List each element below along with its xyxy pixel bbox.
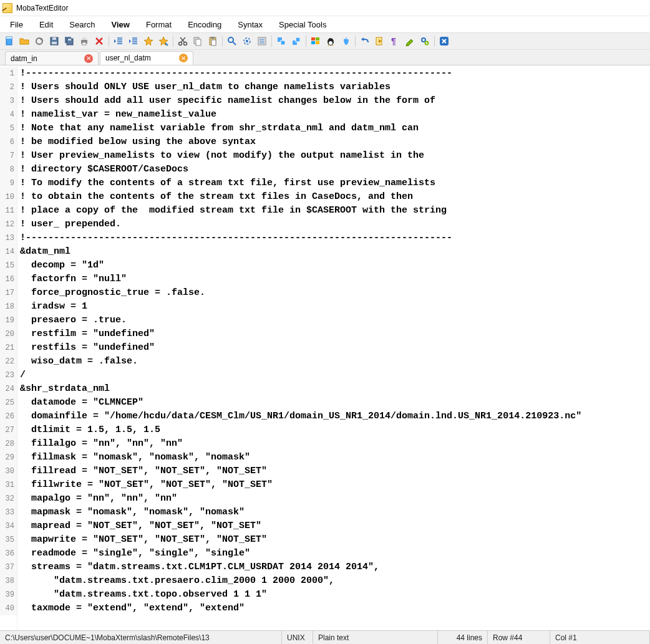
code-line[interactable]: datamode = "CLMNCEP" — [20, 396, 650, 410]
indent-icon[interactable] — [127, 34, 140, 48]
code-line[interactable]: domainfile = "/home/hcdu/data/CESM_Clm/U… — [20, 410, 650, 423]
code-line[interactable]: streams = "datm.streams.txt.CLM1PT.CLM_U… — [20, 560, 650, 574]
code-line[interactable]: mapwrite = "NOT_SET", "NOT_SET", "NOT_SE… — [20, 533, 650, 547]
code-line[interactable]: / — [20, 368, 650, 382]
code-line[interactable]: wiso_datm = .false. — [20, 355, 650, 368]
pilcrow-icon[interactable]: ¶ — [388, 34, 402, 48]
cut-icon[interactable] — [176, 34, 190, 48]
code-line[interactable]: iradsw = 1 — [20, 300, 650, 314]
code-line[interactable]: ! place a copy of the modified stream tx… — [20, 204, 650, 218]
menu-edit[interactable]: Edit — [32, 17, 61, 32]
code-line[interactable]: ! Note that any namelist variable from s… — [20, 122, 650, 135]
open-folder-icon[interactable] — [17, 34, 31, 48]
code-line[interactable]: mapalgo = "nn", "nn", "nn" — [20, 492, 650, 506]
code-line[interactable]: dtlimit = 1.5, 1.5, 1.5 — [20, 423, 650, 437]
code-line[interactable]: taxmode = "extend", "extend", "extend" — [20, 602, 650, 615]
menu-syntax[interactable]: Syntax — [230, 17, 270, 32]
code-line[interactable]: ! Users should add all user specific nam… — [20, 94, 650, 108]
search-icon[interactable] — [225, 34, 239, 48]
code-line[interactable]: !---------------------------------------… — [20, 67, 650, 80]
outdent-icon[interactable] — [112, 34, 125, 48]
line-number: 8 — [0, 163, 17, 176]
code-line[interactable]: decomp = "1d" — [20, 259, 650, 272]
code-line[interactable]: "datm.streams.txt.presaero.clim_2000 1 2… — [20, 574, 650, 588]
code-line[interactable]: ! namelist_var = new_namelist_value — [20, 108, 650, 122]
code-line[interactable]: ! user_ prepended. — [20, 218, 650, 231]
close-icon[interactable]: ✕ — [84, 54, 93, 63]
tab-label: datm_in — [11, 54, 37, 63]
bookmark-add-icon[interactable] — [142, 34, 155, 48]
code-line[interactable]: ! To modify the contents of a stream txt… — [20, 176, 650, 190]
list-icon — [257, 36, 267, 46]
line-number: 1 — [0, 67, 17, 80]
code-line[interactable]: readmode = "single", "single", "single" — [20, 547, 650, 560]
line-number: 4 — [0, 108, 17, 122]
copy-icon — [193, 36, 203, 46]
svg-point-21 — [246, 40, 248, 42]
code-line[interactable]: ! be modified below using the above synt… — [20, 135, 650, 149]
code-line[interactable]: restfils = "undefined" — [20, 341, 650, 355]
new-file-icon[interactable] — [2, 34, 16, 48]
save-all-icon[interactable] — [62, 34, 76, 48]
line-number: 35 — [0, 533, 17, 547]
code-line[interactable]: restfilm = "undefined" — [20, 327, 650, 341]
code-line[interactable]: &shr_strdata_nml — [20, 382, 650, 396]
menu-format[interactable]: Format — [138, 17, 179, 32]
code-line[interactable]: fillalgo = "nn", "nn", "nn" — [20, 437, 650, 451]
code-line[interactable]: force_prognostic_true = .false. — [20, 286, 650, 300]
search-loop-icon[interactable] — [240, 34, 254, 48]
close-icon[interactable] — [92, 34, 106, 48]
line-number: 33 — [0, 506, 17, 519]
menu-view[interactable]: View — [104, 17, 137, 32]
copy-block-icon — [276, 36, 286, 46]
reload-icon[interactable] — [32, 34, 46, 48]
code-line[interactable]: mapread = "NOT_SET", "NOT_SET", "NOT_SET… — [20, 519, 650, 533]
editor-area[interactable]: 1234567891011121314151617181920212223242… — [0, 65, 650, 630]
menu-special-tools[interactable]: Special Tools — [271, 17, 334, 32]
tab-user-nl-datm[interactable]: user_nl_datm✕ — [100, 51, 193, 65]
exit-icon[interactable] — [437, 34, 451, 48]
apple-icon[interactable] — [339, 34, 352, 48]
linux-icon[interactable] — [324, 34, 337, 48]
code-content[interactable]: !---------------------------------------… — [17, 65, 650, 630]
code-line[interactable]: &datm_nml — [20, 245, 650, 259]
copy-block-icon[interactable] — [274, 34, 288, 48]
linux-icon — [326, 36, 336, 46]
svg-rect-24 — [281, 41, 285, 45]
line-number: 2 — [0, 80, 17, 94]
tab-datm-in[interactable]: datm_in✕ — [5, 51, 99, 65]
highlighter-icon[interactable] — [403, 34, 417, 48]
menu-search[interactable]: Search — [62, 17, 102, 32]
copy-block2-icon[interactable] — [289, 34, 303, 48]
print-icon[interactable] — [77, 34, 91, 48]
menu-file[interactable]: File — [2, 17, 31, 32]
code-line[interactable]: "datm.streams.txt.topo.observed 1 1 1" — [20, 588, 650, 602]
code-line[interactable]: !---------------------------------------… — [20, 231, 650, 245]
code-line[interactable]: ! Users should ONLY USE user_nl_datm to … — [20, 80, 650, 94]
highlighter-icon — [405, 36, 415, 46]
code-line[interactable]: mapmask = "nomask", "nomask", "nomask" — [20, 506, 650, 519]
list-icon[interactable] — [255, 34, 269, 48]
code-line[interactable]: ! User preview_namelists to view (not mo… — [20, 149, 650, 163]
code-line[interactable]: fillread = "NOT_SET", "NOT_SET", "NOT_SE… — [20, 464, 650, 478]
code-line[interactable]: fillwrite = "NOT_SET", "NOT_SET", "NOT_S… — [20, 478, 650, 492]
close-icon[interactable]: ✕ — [179, 54, 188, 62]
gears-icon[interactable] — [418, 34, 432, 48]
paste-icon[interactable] — [206, 34, 220, 48]
line-number: 19 — [0, 314, 17, 327]
undo-icon[interactable] — [358, 34, 372, 48]
copy-icon[interactable] — [191, 34, 205, 48]
windows-icon[interactable] — [309, 34, 323, 48]
code-line[interactable]: factorfn = "null" — [20, 272, 650, 286]
outdent-icon — [114, 36, 124, 46]
line-number: 13 — [0, 231, 17, 245]
code-line[interactable]: ! to obtain the contents of the stream t… — [20, 190, 650, 204]
menu-encoding[interactable]: Encoding — [180, 17, 229, 32]
code-line[interactable]: presaero = .true. — [20, 314, 650, 327]
line-number: 15 — [0, 259, 17, 272]
redo-arrow-icon[interactable] — [373, 34, 387, 48]
code-line[interactable]: ! directory $CASEROOT/CaseDocs — [20, 163, 650, 176]
save-icon[interactable] — [47, 34, 61, 48]
code-line[interactable]: fillmask = "nomask", "nomask", "nomask" — [20, 451, 650, 464]
bookmark-next-icon[interactable] — [157, 34, 170, 48]
